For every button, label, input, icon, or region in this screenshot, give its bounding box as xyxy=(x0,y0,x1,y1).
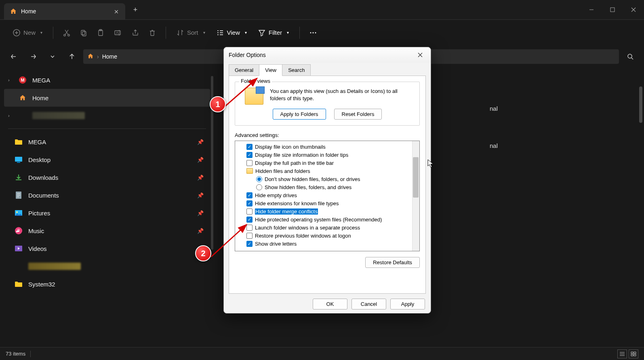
sidebar-item-redacted[interactable]: › xyxy=(4,107,210,124)
forward-button[interactable] xyxy=(25,48,41,65)
details-view-button[interactable] xyxy=(617,349,627,358)
setting-row[interactable]: Don't show hidden files, folders, or dri… xyxy=(236,175,419,183)
thumbnails-view-button[interactable] xyxy=(629,349,638,358)
sidebar-item-desktop[interactable]: Desktop 📌 xyxy=(4,151,210,168)
recent-button[interactable] xyxy=(44,48,61,65)
pin-icon[interactable]: 📌 xyxy=(197,139,204,145)
delete-button[interactable] xyxy=(145,27,160,39)
paste-button[interactable] xyxy=(93,27,108,39)
sidebar-item-home[interactable]: Home xyxy=(4,89,210,107)
cut-button[interactable] xyxy=(59,27,74,39)
sidebar-item-downloads[interactable]: Downloads 📌 xyxy=(4,168,210,186)
sidebar-item-mega-cloud[interactable]: › M MEGA xyxy=(4,71,210,89)
checkbox[interactable] xyxy=(246,225,253,231)
apply-button[interactable]: Apply xyxy=(390,299,425,309)
view-mode-buttons xyxy=(617,349,638,358)
tree-scrollbar-thumb[interactable] xyxy=(413,157,419,198)
sidebar-item-videos[interactable]: Videos 📌 xyxy=(4,240,210,257)
advanced-settings-tree[interactable]: ✓Display file icon on thumbnails✓Display… xyxy=(235,141,420,251)
checkbox[interactable]: ✓ xyxy=(246,241,253,247)
checkbox[interactable] xyxy=(246,160,253,166)
more-button[interactable] xyxy=(305,29,321,36)
setting-row[interactable]: ✓Hide protected operating system files (… xyxy=(236,215,419,223)
chevron-right-icon[interactable]: › xyxy=(8,113,13,118)
checkbox[interactable] xyxy=(246,233,253,239)
new-tab-button[interactable]: + xyxy=(128,2,143,17)
dialog-titlebar[interactable]: Folder Options xyxy=(224,47,431,63)
setting-row[interactable]: Display the full path in the title bar xyxy=(236,159,419,167)
setting-row[interactable]: ✓Display file icon on thumbnails xyxy=(236,143,419,151)
pin-icon[interactable]: 📌 xyxy=(197,175,204,181)
setting-row[interactable]: Restore previous folder windows at logon xyxy=(236,232,419,240)
setting-row[interactable]: ✓Show drive letters xyxy=(236,240,419,248)
restore-defaults-button[interactable]: Restore Defaults xyxy=(365,257,420,268)
up-button[interactable] xyxy=(64,48,80,65)
minimize-button[interactable] xyxy=(581,2,602,18)
sidebar-item-system32[interactable]: System32 xyxy=(4,275,210,293)
window-controls xyxy=(581,2,644,18)
folder-view-icon xyxy=(245,88,263,105)
plus-circle-icon xyxy=(13,29,20,36)
checkbox[interactable]: ✓ xyxy=(246,200,253,206)
view-button[interactable]: View▾ xyxy=(212,27,252,39)
setting-row[interactable]: ✓Hide empty drives xyxy=(236,191,419,199)
checkbox[interactable]: ✓ xyxy=(246,144,253,150)
dialog-title: Folder Options xyxy=(229,52,266,58)
tab-general[interactable]: General xyxy=(229,64,259,76)
setting-row[interactable]: Hide folder merge conflicts xyxy=(236,207,419,215)
svg-rect-17 xyxy=(17,162,20,163)
sort-button[interactable]: Sort▾ xyxy=(172,27,210,39)
checkbox[interactable]: ✓ xyxy=(246,192,253,198)
ok-button[interactable]: OK xyxy=(313,299,347,309)
tab-view[interactable]: View xyxy=(259,64,282,76)
cancel-button[interactable]: Cancel xyxy=(351,299,386,309)
setting-row[interactable]: ✓Display file size information in folder… xyxy=(236,151,419,159)
sidebar-item-documents[interactable]: Documents 📌 xyxy=(4,186,210,204)
tab-home[interactable]: Home xyxy=(4,3,125,19)
sidebar-item-mega[interactable]: MEGA 📌 xyxy=(4,133,210,151)
radio[interactable] xyxy=(256,184,262,190)
reset-folders-button[interactable]: Reset Folders xyxy=(334,109,382,120)
apply-to-folders-button[interactable]: Apply to Folders xyxy=(273,109,326,120)
pin-icon[interactable]: 📌 xyxy=(197,192,204,198)
desktop-icon xyxy=(15,156,23,164)
rename-button[interactable]: A xyxy=(110,27,126,39)
checkbox[interactable]: ✓ xyxy=(246,152,253,158)
filter-icon xyxy=(258,29,265,36)
search-button[interactable] xyxy=(622,49,638,64)
sidebar-item-redacted2[interactable] xyxy=(4,257,210,275)
sidebar-label: Home xyxy=(32,95,48,101)
sidebar-item-pictures[interactable]: Pictures 📌 xyxy=(4,204,210,222)
close-window-button[interactable] xyxy=(623,2,644,18)
divider xyxy=(30,351,31,357)
cut-icon xyxy=(63,29,70,36)
radio[interactable] xyxy=(256,176,262,182)
svg-rect-26 xyxy=(634,354,636,356)
pin-icon[interactable]: 📌 xyxy=(197,157,204,163)
back-button[interactable] xyxy=(6,48,22,65)
breadcrumb-home[interactable]: Home xyxy=(102,53,117,60)
sidebar-item-music[interactable]: Music 📌 xyxy=(4,222,210,240)
setting-row[interactable]: Show hidden files, folders, and drives xyxy=(236,183,419,191)
copy-button[interactable] xyxy=(76,27,91,39)
setting-row[interactable]: Launch folder windows in a separate proc… xyxy=(236,223,419,232)
setting-row[interactable]: ✓Hide extensions for known file types xyxy=(236,199,419,207)
svg-point-13 xyxy=(628,54,632,58)
pin-icon[interactable]: 📌 xyxy=(197,210,204,216)
maximize-button[interactable] xyxy=(602,2,623,18)
share-button[interactable] xyxy=(128,27,143,39)
checkbox[interactable]: ✓ xyxy=(246,217,253,223)
setting-row[interactable]: Hidden files and folders xyxy=(236,167,419,175)
content-scrollbar[interactable] xyxy=(639,86,642,123)
tree-scrollbar-track[interactable] xyxy=(412,141,419,251)
chevron-right-icon[interactable]: › xyxy=(8,78,13,82)
checkbox[interactable] xyxy=(246,208,253,215)
pin-icon[interactable]: 📌 xyxy=(197,228,204,234)
tab-search[interactable]: Search xyxy=(282,64,311,76)
divider xyxy=(166,27,166,39)
filter-button[interactable]: Filter▾ xyxy=(253,27,294,39)
close-tab-icon[interactable] xyxy=(114,8,120,14)
sidebar-label: Desktop xyxy=(28,156,51,163)
dialog-close-button[interactable] xyxy=(415,49,426,61)
new-button[interactable]: New▾ xyxy=(8,27,47,39)
